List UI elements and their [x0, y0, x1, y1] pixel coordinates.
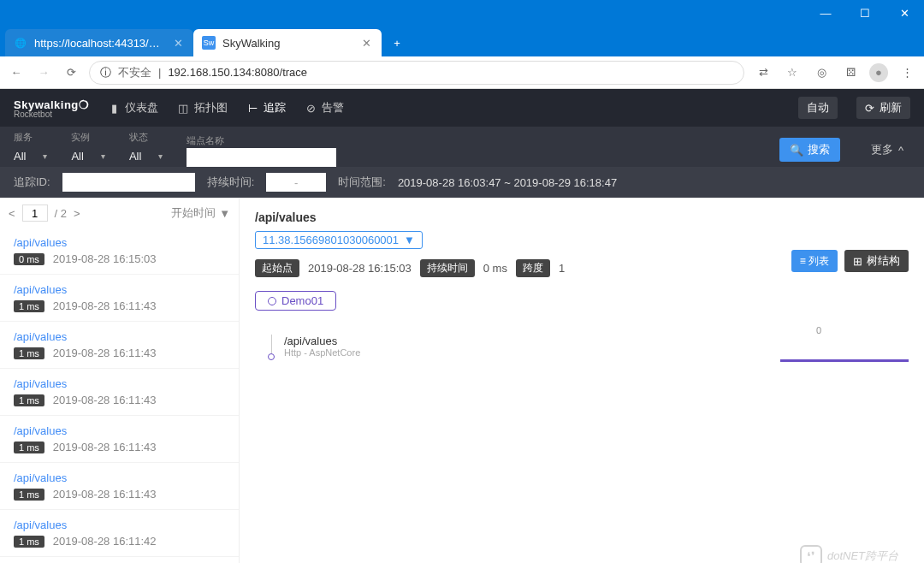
- menu-icon[interactable]: ⋮: [897, 62, 917, 83]
- tab-title: SkyWalking: [222, 37, 352, 50]
- filter-label: 实例: [71, 131, 104, 144]
- brand-sub: Rocketbot: [14, 110, 89, 119]
- traceid-label: 追踪ID:: [14, 175, 50, 190]
- sort-label: 开始时间: [171, 205, 216, 221]
- duration-label-pill: 持续时间: [420, 259, 475, 277]
- nav-label: 仪表盘: [125, 100, 158, 116]
- view-toggle: ≡ 列表 ⊞树结构: [791, 250, 909, 272]
- duration-badge: 1 ms: [14, 442, 44, 453]
- nav-alarm[interactable]: ⊘告警: [305, 100, 344, 116]
- chevron-down-icon: ▾: [101, 151, 105, 161]
- span-row[interactable]: /api/values Http - AspNetCore: [267, 335, 909, 360]
- profile-avatar[interactable]: ●: [869, 63, 888, 82]
- service-name: Demo01: [281, 294, 323, 307]
- trace-endpoint: /api/values: [14, 377, 225, 390]
- duration-value: 0 ms: [483, 262, 507, 275]
- window-maximize[interactable]: ☐: [845, 0, 885, 26]
- filter-label: 状态: [129, 131, 163, 144]
- prev-page[interactable]: <: [9, 207, 15, 220]
- window-close[interactable]: ✕: [885, 0, 924, 26]
- close-icon[interactable]: ✕: [359, 36, 373, 50]
- tree-view-button[interactable]: ⊞树结构: [844, 250, 909, 272]
- extension-icon[interactable]: ⚄: [840, 62, 861, 83]
- watermark-text: dotNET跨平台: [827, 548, 898, 563]
- start-time: 2019-08-28 16:15:03: [308, 262, 412, 275]
- start-label-pill: 起始点: [255, 259, 299, 277]
- trace-timestamp: 2019-08-28 16:11:43: [53, 347, 157, 359]
- tab-skywalking[interactable]: Sw SkyWalking ✕: [193, 29, 382, 56]
- translate-icon[interactable]: ⇄: [753, 62, 773, 83]
- nav-topology[interactable]: ◫拓扑图: [177, 100, 228, 116]
- trace-id-value: 11.38.15669801030060001: [263, 234, 399, 246]
- trace-list-item[interactable]: /api/values0 ms2019-08-28 16:15:03: [0, 228, 239, 275]
- nav-trace[interactable]: ⊢追踪: [246, 100, 286, 116]
- spans-label-pill: 跨度: [516, 259, 550, 277]
- status-filter[interactable]: 状态 All▾: [129, 131, 163, 167]
- trace-endpoint: /api/values: [14, 236, 225, 249]
- refresh-icon: ⟳: [865, 102, 874, 115]
- trace-list-item[interactable]: /api/values1 ms2019-08-28 16:11:42: [0, 510, 239, 557]
- tab-localhost[interactable]: 🌐 https://localhost:44313/api/va ✕: [5, 29, 193, 56]
- search-label: 搜索: [808, 142, 830, 157]
- wechat-icon: ❛❜: [800, 545, 822, 563]
- next-page[interactable]: >: [74, 207, 80, 220]
- trace-timestamp: 2019-08-28 16:11:43: [53, 394, 157, 406]
- star-icon[interactable]: ☆: [782, 62, 803, 83]
- globe-icon: 🌐: [14, 36, 27, 50]
- window-minimize[interactable]: —: [806, 0, 845, 26]
- trace-list-item[interactable]: /api/values1 ms2019-08-28 16:11:43: [0, 275, 239, 322]
- address-bar: ← → ⟳ ⓘ 不安全 | 192.168.150.134:8080/trace…: [0, 56, 924, 89]
- duration-badge: 1 ms: [14, 347, 44, 359]
- chevron-down-icon: ▾: [158, 151, 163, 161]
- duration-label: 持续时间:: [207, 175, 255, 190]
- extension-icon[interactable]: ◎: [811, 62, 832, 83]
- search-button[interactable]: 🔍搜索: [779, 138, 840, 162]
- endpoint-input[interactable]: [187, 148, 336, 167]
- pager: < / 2 > 开始时间▼: [0, 199, 239, 228]
- span-dot-icon: [268, 353, 275, 360]
- service-filter[interactable]: 服务 All▾: [14, 131, 47, 167]
- more-button[interactable]: 更多^: [864, 138, 910, 162]
- refresh-label: 刷新: [880, 100, 902, 116]
- close-icon[interactable]: ✕: [171, 36, 185, 50]
- chevron-down-icon: ▼: [219, 207, 230, 220]
- list-view-button[interactable]: ≡ 列表: [791, 250, 838, 272]
- trace-endpoint: /api/values: [14, 471, 225, 484]
- time-range[interactable]: 2019-08-28 16:03:47 ~ 2019-08-29 16:18:4…: [398, 176, 617, 189]
- trace-list-item[interactable]: /api/values1 ms2019-08-28 16:11:43: [0, 322, 239, 369]
- tree-icon: ⊞: [853, 255, 862, 268]
- trace-list-item[interactable]: /api/values1 ms2019-08-28 16:11:43: [0, 463, 239, 510]
- span-duration-bar: [780, 359, 909, 362]
- filter-label: 端点名称: [187, 134, 336, 147]
- filter-bar-2: 追踪ID: 持续时间: - 时间范围: 2019-08-28 16:03:47 …: [0, 167, 924, 198]
- forward-button[interactable]: →: [34, 63, 53, 82]
- trace-endpoint: /api/values: [14, 519, 225, 531]
- instance-filter[interactable]: 实例 All▾: [71, 131, 104, 167]
- trace-endpoint: /api/values: [14, 330, 225, 343]
- content-body: < / 2 > 开始时间▼ /api/values0 ms2019-08-28 …: [0, 198, 924, 563]
- duration-input[interactable]: -: [266, 173, 326, 192]
- filter-value: All: [129, 150, 141, 163]
- auto-button[interactable]: 自动: [798, 97, 838, 119]
- sort-dropdown[interactable]: 开始时间▼: [171, 205, 230, 221]
- trace-id-selector[interactable]: 11.38.15669801030060001▼: [255, 231, 423, 249]
- nav-dashboard[interactable]: ▮仪表盘: [108, 100, 158, 116]
- filter-value: All: [14, 150, 26, 163]
- page-input[interactable]: [22, 204, 48, 222]
- trace-list-item[interactable]: /api/values1 ms2019-08-28 16:11:43: [0, 416, 239, 463]
- refresh-button[interactable]: ⟳刷新: [856, 97, 910, 119]
- separator: |: [158, 66, 161, 79]
- duration-badge: 0 ms: [14, 253, 44, 265]
- new-tab-button[interactable]: +: [385, 31, 409, 55]
- trace-list-item[interactable]: /api/values1 ms2019-08-28 16:11:43: [0, 369, 239, 416]
- tree-label: 树结构: [867, 253, 900, 269]
- page-count: / 2: [55, 207, 67, 220]
- back-button[interactable]: ←: [7, 63, 26, 82]
- url-text: 192.168.150.134:8080/trace: [168, 66, 307, 79]
- duration-badge: 1 ms: [14, 489, 44, 501]
- trace-detail-panel: /api/values 11.38.15669801030060001▼ 起始点…: [240, 199, 924, 563]
- reload-button[interactable]: ⟳: [62, 63, 80, 82]
- omnibox[interactable]: ⓘ 不安全 | 192.168.150.134:8080/trace: [89, 61, 744, 85]
- service-tag[interactable]: Demo01: [255, 291, 336, 311]
- traceid-input[interactable]: [62, 173, 195, 192]
